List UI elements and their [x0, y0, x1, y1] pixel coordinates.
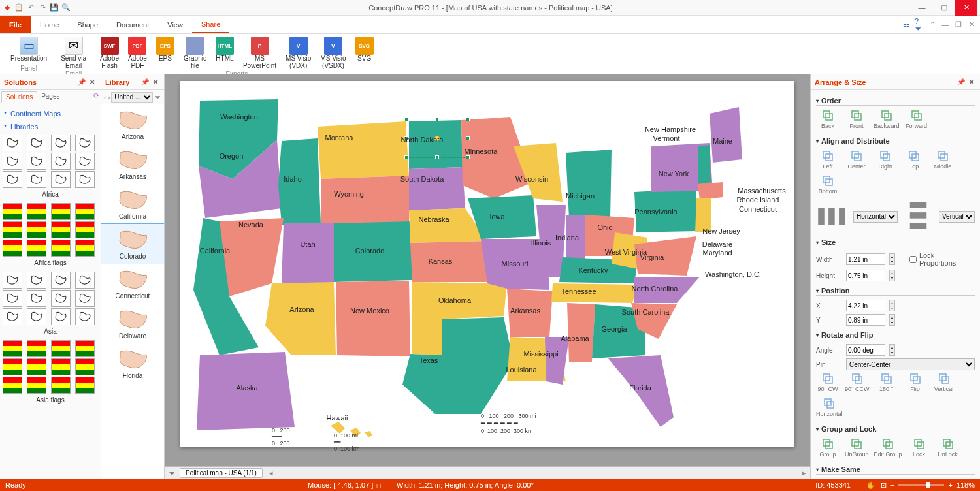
thumb[interactable] — [51, 221, 71, 238]
export-ms-powerpoint-button[interactable]: PMS PowerPoint — [239, 35, 280, 71]
export-svg-button[interactable]: SVGSVG — [351, 35, 378, 71]
angle-input[interactable] — [846, 344, 885, 356]
makesame-header[interactable]: Make Same — [816, 466, 975, 475]
thumb[interactable] — [27, 135, 46, 151]
thumb[interactable] — [3, 203, 22, 220]
thumb[interactable] — [27, 272, 46, 289]
canvas-scroll[interactable]: 0 100 200 300 mi━━━━━━0 100 200 300 km 0… — [165, 74, 810, 466]
thumb[interactable] — [51, 135, 71, 151]
zoom-fit-icon[interactable]: ⊡ — [881, 481, 887, 490]
dist-v-select[interactable]: Vertical — [939, 211, 975, 223]
thumb[interactable] — [51, 358, 71, 375]
backward-button[interactable]: Backward — [874, 110, 900, 129]
save-icon[interactable]: 💾 — [50, 3, 59, 12]
thumb[interactable] — [51, 153, 71, 170]
shape-colorado[interactable]: Colorado — [101, 224, 164, 264]
tab-share[interactable]: Share — [192, 16, 229, 33]
export-eps-button[interactable]: EPSEPS — [152, 35, 178, 71]
thumb[interactable] — [75, 221, 95, 238]
thumb[interactable] — [75, 135, 95, 151]
flip-button[interactable]: Flip — [904, 373, 927, 392]
thumb[interactable] — [75, 290, 95, 307]
horizontal-button[interactable]: Horizontal — [816, 398, 843, 417]
center-button[interactable]: Center — [845, 150, 868, 170]
x-spinner[interactable]: ▴▾ — [889, 300, 895, 311]
shape-delaware[interactable]: Delaware — [101, 304, 164, 343]
thumb[interactable] — [75, 171, 95, 188]
thumb[interactable] — [3, 240, 22, 257]
thumb[interactable] — [75, 203, 95, 220]
pan-tool-icon[interactable]: ✋ — [866, 481, 875, 490]
thumb[interactable] — [27, 221, 46, 238]
zoom-slider[interactable] — [898, 484, 944, 486]
ungroup-button[interactable]: UnGroup — [845, 438, 869, 458]
left-button[interactable]: Left — [816, 150, 840, 170]
unlock-button[interactable]: UnLock — [936, 438, 960, 458]
shape-california[interactable]: California — [101, 184, 164, 224]
zoom-level[interactable]: 118% — [956, 481, 975, 489]
refresh-icon[interactable]: ⟳ — [93, 91, 99, 103]
rotate-header[interactable]: Rotate and Flip — [816, 331, 975, 340]
90-ccw-button[interactable]: 90° CCW — [845, 373, 870, 392]
lock-button[interactable]: Lock — [907, 438, 931, 458]
clipboard-icon[interactable]: 📋 — [14, 3, 24, 12]
lib-fwd-icon[interactable]: › — [108, 93, 110, 101]
y-spinner[interactable]: ▴▾ — [889, 314, 895, 326]
thumb[interactable] — [3, 358, 22, 375]
export-graphic-file-button[interactable]: Graphic file — [180, 35, 210, 71]
position-header[interactable]: Position — [816, 287, 975, 296]
shape-arkansas[interactable]: Arkansas — [101, 144, 164, 184]
thumb[interactable] — [3, 272, 22, 289]
middle-button[interactable]: Middle — [931, 150, 955, 170]
thumb[interactable] — [3, 135, 22, 151]
presentation-button[interactable]: ▭ Presentation — [7, 35, 51, 63]
export-adobe-pdf-button[interactable]: PDFAdobe PDF — [124, 35, 151, 71]
thumb[interactable] — [51, 171, 71, 188]
tab-view[interactable]: View — [158, 16, 192, 33]
thumb[interactable] — [51, 203, 71, 220]
thumb[interactable] — [75, 358, 95, 375]
width-input[interactable] — [846, 253, 885, 265]
zoom-out-icon[interactable]: − — [890, 481, 894, 489]
lock-proportions-checkbox[interactable] — [909, 256, 917, 263]
pin-icon[interactable]: 📌 — [140, 78, 150, 87]
right-button[interactable]: Right — [874, 150, 897, 170]
bottom-button[interactable]: Bottom — [816, 175, 840, 195]
front-button[interactable]: Front — [845, 110, 868, 129]
document-page[interactable]: 0 100 200 300 mi━━━━━━0 100 200 300 km 0… — [180, 81, 794, 447]
thumb[interactable] — [51, 272, 71, 289]
zoom-in-icon[interactable]: + — [948, 481, 952, 489]
thumb[interactable] — [3, 308, 22, 325]
thumb[interactable] — [51, 340, 71, 357]
export-html-button[interactable]: HTMLHTML — [212, 35, 238, 71]
size-header[interactable]: Size — [816, 238, 975, 247]
back-button[interactable]: Back — [816, 110, 840, 129]
height-input[interactable] — [846, 270, 885, 281]
top-button[interactable]: Top — [902, 150, 926, 170]
solutions-tab[interactable]: Solutions — [1, 91, 37, 103]
thumb[interactable] — [27, 358, 46, 375]
pages-tab[interactable]: Pages — [37, 91, 63, 103]
minimize-button[interactable]: — — [911, 0, 933, 16]
scroll-left-icon[interactable]: ◂ — [269, 469, 273, 477]
thumb[interactable] — [3, 340, 22, 357]
print-preview-icon[interactable]: 🔍 — [61, 3, 71, 12]
edit-group-button[interactable]: Edit Group — [874, 438, 902, 458]
thumb[interactable] — [27, 340, 46, 357]
redo-icon[interactable]: ↷ — [38, 3, 47, 12]
dist-h-select[interactable]: Horizontal — [853, 211, 898, 223]
thumb[interactable] — [51, 377, 71, 394]
group-header[interactable]: Group and Lock — [816, 425, 975, 434]
forward-button[interactable]: Forward — [905, 110, 928, 129]
close-icon[interactable]: ✕ — [151, 78, 160, 87]
group-button[interactable]: Group — [816, 438, 840, 458]
size-button[interactable]: Size — [816, 479, 840, 479]
thumb[interactable] — [51, 290, 71, 307]
dist-h-icon[interactable] — [816, 200, 849, 233]
thumb[interactable] — [75, 377, 95, 394]
align-header[interactable]: Align and Distribute — [816, 137, 975, 146]
scroll-right-icon[interactable]: ▸ — [802, 469, 806, 477]
90-cw-button[interactable]: 90° CW — [816, 373, 840, 392]
vertical-button[interactable]: Vertical — [932, 373, 956, 392]
width-button[interactable]: Width — [845, 479, 868, 479]
